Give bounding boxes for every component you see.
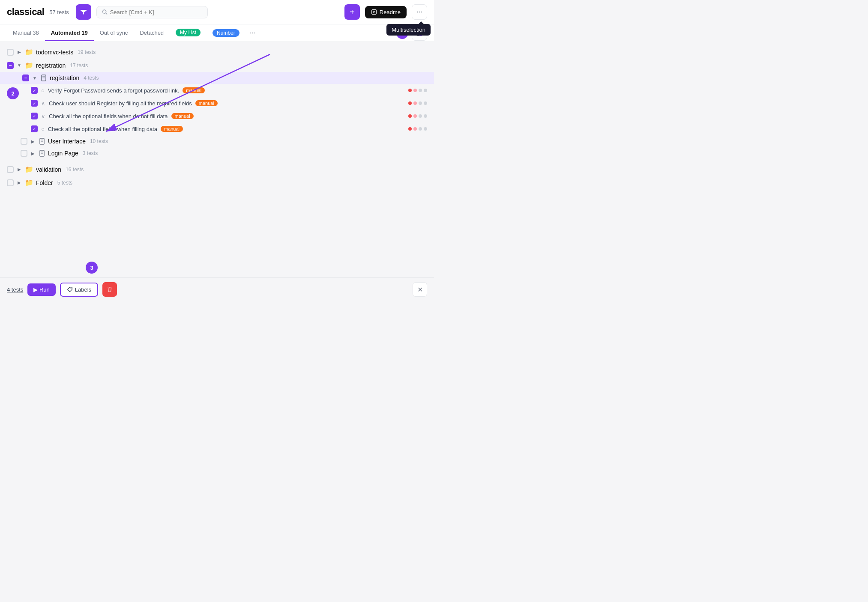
folder-icon-main: 📁 xyxy=(25,179,33,187)
tab-my-list[interactable]: My List xyxy=(170,24,207,42)
chevron-validation[interactable]: ▶ xyxy=(16,167,22,172)
dot-2 xyxy=(413,89,417,92)
test1-prefix: ○ xyxy=(41,87,45,94)
dot-1 xyxy=(408,89,412,92)
dot-4 xyxy=(424,89,427,92)
test4-badge: manual xyxy=(161,126,183,132)
tab-out-of-sync[interactable]: Out of sync xyxy=(94,25,134,41)
dot-2 xyxy=(413,114,417,118)
readme-icon xyxy=(371,9,377,15)
delete-button[interactable] xyxy=(102,282,117,297)
tests-count-label[interactable]: 4 tests xyxy=(7,286,23,293)
chevron-user-interface[interactable]: ▶ xyxy=(30,139,36,144)
test2-label: Check user should Register by filling al… xyxy=(49,100,192,107)
test-items-section: 2 ✓ ○ Verify Forgot Password sends a for… xyxy=(0,84,434,135)
tab-manual[interactable]: Manual 38 xyxy=(7,25,45,41)
dot-4 xyxy=(424,114,427,118)
login-name: Login Page xyxy=(48,150,78,157)
file-icon-login xyxy=(39,150,45,157)
number-badge: Number xyxy=(213,29,239,37)
search-icon xyxy=(102,9,108,15)
checkbox-test4[interactable]: ✓ xyxy=(31,125,38,132)
test4-label: Check all the optional fields when filli… xyxy=(48,126,157,132)
run-button[interactable]: ▶ Run xyxy=(27,283,55,296)
ui-count: 10 tests xyxy=(90,138,108,144)
search-box xyxy=(96,6,208,18)
chevron-registration-file[interactable]: ▼ xyxy=(32,76,38,80)
test3-prefix: ∨ xyxy=(41,113,45,119)
checkbox-registration-folder[interactable]: − xyxy=(7,62,14,69)
chevron-folder[interactable]: ▶ xyxy=(16,180,22,185)
test-item-1: ✓ ○ Verify Forgot Password sends a forgo… xyxy=(22,84,434,97)
header: classical 57 tests + Readme ··· Multisel… xyxy=(0,0,434,24)
tree-row-user-interface: ▶ User Interface 10 tests xyxy=(0,135,434,147)
dot-3 xyxy=(419,101,422,105)
test1-badge: manual xyxy=(183,87,205,93)
ui-name: User Interface xyxy=(48,138,86,145)
chevron-registration-folder[interactable]: ▼ xyxy=(16,63,22,68)
dot-3 xyxy=(419,114,422,118)
step2-badge: 2 xyxy=(7,87,19,99)
checkbox-folder[interactable] xyxy=(7,179,14,186)
checkbox-test3[interactable]: ✓ xyxy=(31,113,38,119)
tab-detached[interactable]: Detached xyxy=(134,25,170,41)
dot-2 xyxy=(413,127,417,131)
svg-line-1 xyxy=(106,13,107,14)
registration-folder-count: 17 tests xyxy=(70,63,88,69)
checkbox-login-page[interactable] xyxy=(21,150,27,157)
filter-button[interactable] xyxy=(76,4,91,20)
dot-4 xyxy=(424,101,427,105)
close-button[interactable]: ✕ xyxy=(413,282,427,297)
tree-row-registration-file: − ▼ registration 4 tests xyxy=(0,72,434,84)
test-item-2: ✓ ∧ Check user should Register by fillin… xyxy=(22,97,434,110)
checkbox-validation[interactable] xyxy=(7,166,14,173)
tab-number[interactable]: Number xyxy=(207,25,245,41)
tree-row-validation: ▶ 📁 validation 16 tests xyxy=(0,163,434,176)
test2-dots xyxy=(408,101,427,105)
filter-icon xyxy=(80,9,87,15)
test4-prefix: ○ xyxy=(41,126,45,132)
dot-3 xyxy=(419,127,422,131)
tag-icon xyxy=(67,286,73,292)
checkbox-todomvc[interactable] xyxy=(7,49,14,56)
test1-label: Verify Forgot Password sends a forgot pa… xyxy=(48,87,179,94)
chevron-todomvc[interactable]: ▶ xyxy=(16,50,22,54)
dot-4 xyxy=(424,127,427,131)
tree-row-registration-folder: − ▼ 📁 registration 17 tests xyxy=(0,59,434,72)
registration-file-name: registration xyxy=(50,75,79,81)
test2-prefix: ∧ xyxy=(41,100,45,107)
todomvc-count: 19 tests xyxy=(78,49,96,55)
folder-icon-registration: 📁 xyxy=(25,61,33,69)
login-count: 3 tests xyxy=(83,150,98,156)
checkbox-test2[interactable]: ✓ xyxy=(31,100,38,107)
tabs-more-button[interactable]: ··· xyxy=(245,26,260,40)
todomvc-name: todomvc-tests xyxy=(36,49,73,56)
tree-row-folder: ▶ 📁 Folder 5 tests xyxy=(0,176,434,189)
svg-rect-2 xyxy=(372,10,377,15)
dot-1 xyxy=(408,101,412,105)
tree-row-login-page: ▶ Login Page 3 tests xyxy=(0,147,434,159)
chevron-login-page[interactable]: ▶ xyxy=(30,151,36,156)
test3-dots xyxy=(408,114,427,118)
checkbox-test1[interactable]: ✓ xyxy=(31,87,38,94)
tab-automated[interactable]: Automated 19 xyxy=(45,25,94,41)
search-input[interactable] xyxy=(110,9,202,15)
test-list: ✓ ○ Verify Forgot Password sends a forgo… xyxy=(22,84,434,135)
test4-dots xyxy=(408,127,427,131)
readme-button[interactable]: Readme xyxy=(365,6,407,18)
labels-button[interactable]: Labels xyxy=(60,283,98,297)
folder-icon-validation: 📁 xyxy=(25,165,33,173)
add-button[interactable]: + xyxy=(344,4,360,20)
dot-2 xyxy=(413,101,417,105)
checkbox-user-interface[interactable] xyxy=(21,138,27,145)
validation-name: validation xyxy=(36,166,61,173)
file-icon-ui xyxy=(39,138,45,145)
test3-label: Check all the optional fields when do no… xyxy=(49,113,168,119)
more-button[interactable]: ··· xyxy=(412,4,427,20)
folder-name: Folder xyxy=(36,179,53,186)
tree-row-todomvc: ▶ 📁 todomvc-tests 19 tests xyxy=(0,45,434,59)
registration-folder-name: registration xyxy=(36,62,66,69)
registration-file-count: 4 tests xyxy=(84,75,99,81)
tabs-bar: Manual 38 Automated 19 Out of sync Detac… xyxy=(0,24,434,42)
checkbox-registration-file[interactable]: − xyxy=(22,75,29,81)
